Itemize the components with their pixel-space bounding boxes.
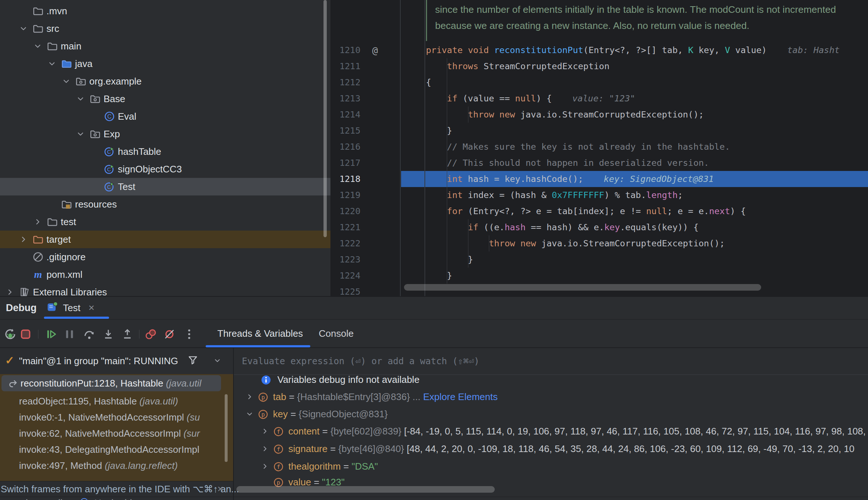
tree-item-test[interactable]: test [0, 213, 330, 231]
line-number-1218[interactable]: 1218 [331, 171, 360, 187]
resume-button[interactable] [44, 327, 58, 341]
info-icon [261, 374, 272, 385]
tree-item-base[interactable]: Base [0, 90, 330, 108]
variable-row-thealgorithm[interactable]: fthealgorithm = "DSA" [234, 458, 868, 474]
tab-threads-variables[interactable]: Threads & Variables [217, 320, 303, 347]
chevron-down-icon[interactable] [214, 357, 221, 366]
chevron-down-icon[interactable] [244, 409, 255, 419]
tree-item-exp[interactable]: Exp [0, 125, 330, 143]
thread-status-row[interactable]: ✓ "main"@1 in group "main": RUNNING [0, 348, 233, 374]
frame-text: readObject:1195, Hashtable (java.util) [19, 393, 178, 409]
tree-item-hashtable[interactable]: ChashTable [0, 143, 330, 160]
chevron-right-icon[interactable] [244, 392, 255, 402]
more-options-button[interactable] [182, 327, 196, 341]
explore-elements-link[interactable]: Explore Elements [423, 391, 498, 402]
tree-item-java[interactable]: java [0, 55, 330, 72]
chevron-right-icon[interactable] [260, 444, 270, 454]
line-number-1212[interactable]: 1212 [331, 74, 360, 90]
tree-item-eval[interactable]: CEval [0, 108, 330, 125]
breadcrumb[interactable]: s>io>util>CHashtable [4, 497, 137, 500]
svg-text:f: f [277, 463, 280, 470]
tree-item-label: test [61, 213, 76, 231]
variable-row-signature[interactable]: fsignature = {byte[46]@840} [48, 44, 2, … [234, 441, 868, 457]
line-number-1224[interactable]: 1224 [331, 268, 360, 284]
line-number-1223[interactable]: 1223 [331, 251, 360, 268]
breadcrumb-class[interactable]: Hashtable [94, 497, 137, 500]
step-out-button[interactable] [120, 327, 134, 341]
chevron-right-icon[interactable] [4, 287, 15, 296]
line-number-1220[interactable]: 1220 [331, 203, 360, 219]
tree-item-resources[interactable]: resources [0, 195, 330, 213]
tree-item-external-libraries[interactable]: External Libraries [0, 283, 330, 296]
breadcrumb-segment[interactable]: s [4, 497, 8, 500]
debug-session-tab[interactable]: Test × [47, 297, 94, 319]
parameter-icon: p [258, 408, 269, 419]
view-breakpoints-button[interactable] [144, 327, 158, 341]
code-line-1216: // Makes sure the key is not already in … [426, 139, 730, 155]
tree-item-test[interactable]: CTest [0, 178, 330, 195]
chevron-right-icon[interactable] [18, 234, 29, 245]
chevron-down-icon[interactable] [46, 58, 57, 69]
code-editor[interactable]: since the number of elements initially i… [331, 0, 868, 296]
step-over-button[interactable] [82, 327, 96, 341]
tree-item-signobjectcc3[interactable]: CsignObjectCC3 [0, 160, 330, 178]
chevron-down-icon[interactable] [61, 76, 72, 87]
project-tree-panel[interactable]: .mvnsrcmainjavaorg.exampleBaseCEvalExpCh… [0, 0, 331, 296]
line-number-1217[interactable]: 1217 [331, 155, 360, 171]
mute-breakpoints-button[interactable] [162, 327, 176, 341]
chevron-right-icon[interactable] [32, 216, 43, 227]
chevron-down-icon[interactable] [32, 41, 43, 52]
variable-row-content[interactable]: fcontent = {byte[602]@839} [-84, -19, 0,… [234, 423, 868, 439]
breadcrumb-segment[interactable]: util [50, 497, 63, 500]
stop-button[interactable] [19, 327, 33, 341]
variable-row-tab[interactable]: ptab = {Hashtable$Entry[3]@836} ... Expl… [234, 389, 868, 405]
line-number-1222[interactable]: 1222 [331, 235, 360, 251]
variables-horizontal-scrollbar[interactable] [236, 486, 495, 493]
thread-status-check-icon: ✓ [5, 354, 14, 367]
close-icon[interactable]: × [86, 302, 94, 314]
pause-button[interactable] [63, 327, 76, 341]
tab-console[interactable]: Console [319, 320, 353, 347]
frame-row[interactable]: readObject:1195, Hashtable (java.util) [0, 393, 233, 409]
tree-item-pom-xml[interactable]: mpom.xml [0, 266, 330, 283]
tree-item-target[interactable]: target [0, 231, 330, 248]
breadcrumb-segment[interactable]: io [26, 497, 33, 500]
tree-item-src[interactable]: src [0, 20, 330, 37]
gutter-annotation-icon[interactable]: @ [372, 42, 378, 58]
tree-item-org-example[interactable]: org.example [0, 72, 330, 90]
frame-row[interactable]: invoke:62, NativeMethodAccessorImpl (sur [0, 425, 233, 441]
tree-item--gitignore[interactable]: .gitignore [0, 248, 330, 266]
filter-icon[interactable] [187, 355, 198, 367]
line-number-1216[interactable]: 1216 [331, 139, 360, 155]
line-number-1221[interactable]: 1221 [331, 219, 360, 235]
info-row[interactable]: Variables debug info not available [234, 372, 868, 388]
tree-item-main[interactable]: main [0, 37, 330, 55]
close-icon[interactable]: × [217, 481, 223, 497]
frame-row[interactable]: invoke:497, Method (java.lang.reflect) [0, 458, 233, 474]
tree-item--mvn[interactable]: .mvn [0, 2, 330, 20]
variable-text: key = {SignedObject@831} [273, 406, 388, 422]
project-scrollbar[interactable] [323, 0, 327, 237]
line-number-1213[interactable]: 1213 [331, 90, 360, 107]
chevron-down-icon[interactable] [75, 128, 86, 139]
evaluate-expression-field[interactable]: Evaluate expression (⏎) or add a watch (… [234, 348, 868, 375]
line-number-1214[interactable]: 1214 [331, 107, 360, 123]
line-number-1210[interactable]: 1210 [331, 42, 360, 58]
step-into-button[interactable] [101, 327, 115, 341]
frame-row[interactable]: reconstitutionPut:1218, Hashtable (java.… [1, 375, 221, 391]
chevron-down-icon[interactable] [18, 23, 29, 34]
frames-scrollbar[interactable] [225, 394, 228, 462]
variable-row-key[interactable]: pkey = {SignedObject@831} [234, 406, 868, 422]
editor-horizontal-scrollbar[interactable] [404, 284, 761, 291]
frame-row[interactable]: invoke:43, DelegatingMethodAccessorImpl [0, 441, 233, 458]
rerun-debug-button[interactable] [3, 327, 17, 341]
chevron-down-icon[interactable] [75, 93, 86, 104]
chevron-right-icon[interactable] [260, 426, 270, 436]
line-number-1211[interactable]: 1211 [331, 58, 360, 74]
line-number-1219[interactable]: 1219 [331, 187, 360, 203]
chevron-right-icon[interactable] [260, 461, 270, 471]
frame-row[interactable]: invoke0:-1, NativeMethodAccessorImpl (su [0, 409, 233, 425]
tree-item-label: Base [104, 90, 125, 108]
line-number-partial: 1225 [331, 284, 360, 296]
line-number-1215[interactable]: 1215 [331, 123, 360, 139]
